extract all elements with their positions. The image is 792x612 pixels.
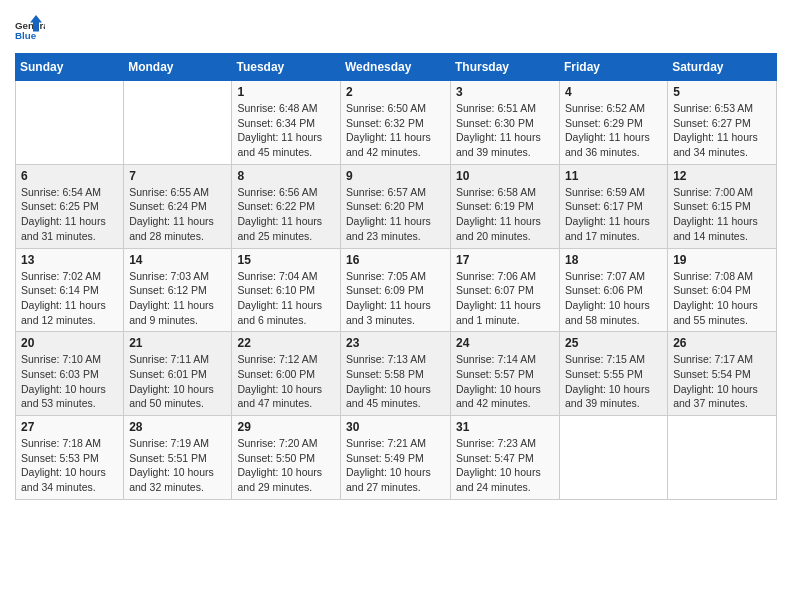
day-header-tuesday: Tuesday	[232, 54, 341, 81]
day-info: Sunrise: 7:13 AM Sunset: 5:58 PM Dayligh…	[346, 352, 445, 411]
day-number: 22	[237, 336, 335, 350]
day-info: Sunrise: 6:57 AM Sunset: 6:20 PM Dayligh…	[346, 185, 445, 244]
day-number: 3	[456, 85, 554, 99]
day-info: Sunrise: 7:14 AM Sunset: 5:57 PM Dayligh…	[456, 352, 554, 411]
calendar-cell: 25Sunrise: 7:15 AM Sunset: 5:55 PM Dayli…	[560, 332, 668, 416]
day-info: Sunrise: 7:00 AM Sunset: 6:15 PM Dayligh…	[673, 185, 771, 244]
calendar-cell: 11Sunrise: 6:59 AM Sunset: 6:17 PM Dayli…	[560, 164, 668, 248]
day-info: Sunrise: 6:52 AM Sunset: 6:29 PM Dayligh…	[565, 101, 662, 160]
day-number: 17	[456, 253, 554, 267]
calendar-cell: 23Sunrise: 7:13 AM Sunset: 5:58 PM Dayli…	[341, 332, 451, 416]
calendar-cell	[16, 81, 124, 165]
calendar-cell: 28Sunrise: 7:19 AM Sunset: 5:51 PM Dayli…	[124, 416, 232, 500]
day-number: 16	[346, 253, 445, 267]
day-number: 19	[673, 253, 771, 267]
day-number: 20	[21, 336, 118, 350]
day-info: Sunrise: 7:07 AM Sunset: 6:06 PM Dayligh…	[565, 269, 662, 328]
day-info: Sunrise: 7:19 AM Sunset: 5:51 PM Dayligh…	[129, 436, 226, 495]
day-number: 30	[346, 420, 445, 434]
day-number: 21	[129, 336, 226, 350]
day-number: 18	[565, 253, 662, 267]
day-info: Sunrise: 7:03 AM Sunset: 6:12 PM Dayligh…	[129, 269, 226, 328]
day-number: 6	[21, 169, 118, 183]
day-number: 15	[237, 253, 335, 267]
calendar-header-row: SundayMondayTuesdayWednesdayThursdayFrid…	[16, 54, 777, 81]
calendar-cell: 2Sunrise: 6:50 AM Sunset: 6:32 PM Daylig…	[341, 81, 451, 165]
day-number: 4	[565, 85, 662, 99]
day-header-sunday: Sunday	[16, 54, 124, 81]
day-number: 26	[673, 336, 771, 350]
day-info: Sunrise: 6:56 AM Sunset: 6:22 PM Dayligh…	[237, 185, 335, 244]
day-number: 5	[673, 85, 771, 99]
day-info: Sunrise: 7:15 AM Sunset: 5:55 PM Dayligh…	[565, 352, 662, 411]
day-number: 11	[565, 169, 662, 183]
calendar-cell: 14Sunrise: 7:03 AM Sunset: 6:12 PM Dayli…	[124, 248, 232, 332]
day-info: Sunrise: 7:20 AM Sunset: 5:50 PM Dayligh…	[237, 436, 335, 495]
calendar-cell: 16Sunrise: 7:05 AM Sunset: 6:09 PM Dayli…	[341, 248, 451, 332]
calendar-cell: 26Sunrise: 7:17 AM Sunset: 5:54 PM Dayli…	[668, 332, 777, 416]
calendar-cell: 10Sunrise: 6:58 AM Sunset: 6:19 PM Dayli…	[451, 164, 560, 248]
day-info: Sunrise: 6:58 AM Sunset: 6:19 PM Dayligh…	[456, 185, 554, 244]
calendar-week-5: 27Sunrise: 7:18 AM Sunset: 5:53 PM Dayli…	[16, 416, 777, 500]
day-number: 31	[456, 420, 554, 434]
calendar-week-2: 6Sunrise: 6:54 AM Sunset: 6:25 PM Daylig…	[16, 164, 777, 248]
calendar-cell: 17Sunrise: 7:06 AM Sunset: 6:07 PM Dayli…	[451, 248, 560, 332]
calendar-cell: 30Sunrise: 7:21 AM Sunset: 5:49 PM Dayli…	[341, 416, 451, 500]
day-info: Sunrise: 6:50 AM Sunset: 6:32 PM Dayligh…	[346, 101, 445, 160]
day-number: 7	[129, 169, 226, 183]
day-number: 27	[21, 420, 118, 434]
day-header-wednesday: Wednesday	[341, 54, 451, 81]
day-number: 29	[237, 420, 335, 434]
day-info: Sunrise: 7:10 AM Sunset: 6:03 PM Dayligh…	[21, 352, 118, 411]
calendar-cell: 20Sunrise: 7:10 AM Sunset: 6:03 PM Dayli…	[16, 332, 124, 416]
day-info: Sunrise: 7:23 AM Sunset: 5:47 PM Dayligh…	[456, 436, 554, 495]
day-number: 8	[237, 169, 335, 183]
day-number: 1	[237, 85, 335, 99]
day-info: Sunrise: 6:48 AM Sunset: 6:34 PM Dayligh…	[237, 101, 335, 160]
day-info: Sunrise: 7:05 AM Sunset: 6:09 PM Dayligh…	[346, 269, 445, 328]
day-info: Sunrise: 7:18 AM Sunset: 5:53 PM Dayligh…	[21, 436, 118, 495]
calendar-cell: 3Sunrise: 6:51 AM Sunset: 6:30 PM Daylig…	[451, 81, 560, 165]
day-info: Sunrise: 7:06 AM Sunset: 6:07 PM Dayligh…	[456, 269, 554, 328]
day-number: 24	[456, 336, 554, 350]
day-info: Sunrise: 6:59 AM Sunset: 6:17 PM Dayligh…	[565, 185, 662, 244]
day-header-monday: Monday	[124, 54, 232, 81]
day-number: 9	[346, 169, 445, 183]
logo-icon: GeneralBlue	[15, 15, 45, 45]
day-header-saturday: Saturday	[668, 54, 777, 81]
calendar-cell: 9Sunrise: 6:57 AM Sunset: 6:20 PM Daylig…	[341, 164, 451, 248]
day-info: Sunrise: 6:53 AM Sunset: 6:27 PM Dayligh…	[673, 101, 771, 160]
calendar-cell: 5Sunrise: 6:53 AM Sunset: 6:27 PM Daylig…	[668, 81, 777, 165]
calendar-cell: 6Sunrise: 6:54 AM Sunset: 6:25 PM Daylig…	[16, 164, 124, 248]
calendar-week-1: 1Sunrise: 6:48 AM Sunset: 6:34 PM Daylig…	[16, 81, 777, 165]
calendar-cell: 1Sunrise: 6:48 AM Sunset: 6:34 PM Daylig…	[232, 81, 341, 165]
calendar-cell: 8Sunrise: 6:56 AM Sunset: 6:22 PM Daylig…	[232, 164, 341, 248]
calendar-cell: 18Sunrise: 7:07 AM Sunset: 6:06 PM Dayli…	[560, 248, 668, 332]
calendar-cell: 15Sunrise: 7:04 AM Sunset: 6:10 PM Dayli…	[232, 248, 341, 332]
day-info: Sunrise: 7:17 AM Sunset: 5:54 PM Dayligh…	[673, 352, 771, 411]
calendar-cell: 22Sunrise: 7:12 AM Sunset: 6:00 PM Dayli…	[232, 332, 341, 416]
calendar-cell	[560, 416, 668, 500]
day-number: 28	[129, 420, 226, 434]
calendar-cell: 13Sunrise: 7:02 AM Sunset: 6:14 PM Dayli…	[16, 248, 124, 332]
day-number: 12	[673, 169, 771, 183]
day-info: Sunrise: 7:04 AM Sunset: 6:10 PM Dayligh…	[237, 269, 335, 328]
day-info: Sunrise: 6:54 AM Sunset: 6:25 PM Dayligh…	[21, 185, 118, 244]
calendar-cell: 29Sunrise: 7:20 AM Sunset: 5:50 PM Dayli…	[232, 416, 341, 500]
day-header-thursday: Thursday	[451, 54, 560, 81]
calendar-cell: 12Sunrise: 7:00 AM Sunset: 6:15 PM Dayli…	[668, 164, 777, 248]
day-number: 13	[21, 253, 118, 267]
calendar-week-4: 20Sunrise: 7:10 AM Sunset: 6:03 PM Dayli…	[16, 332, 777, 416]
day-info: Sunrise: 7:21 AM Sunset: 5:49 PM Dayligh…	[346, 436, 445, 495]
calendar-cell	[124, 81, 232, 165]
day-info: Sunrise: 7:12 AM Sunset: 6:00 PM Dayligh…	[237, 352, 335, 411]
day-number: 14	[129, 253, 226, 267]
day-info: Sunrise: 7:08 AM Sunset: 6:04 PM Dayligh…	[673, 269, 771, 328]
day-number: 25	[565, 336, 662, 350]
calendar-body: 1Sunrise: 6:48 AM Sunset: 6:34 PM Daylig…	[16, 81, 777, 500]
calendar-cell: 7Sunrise: 6:55 AM Sunset: 6:24 PM Daylig…	[124, 164, 232, 248]
day-number: 10	[456, 169, 554, 183]
day-info: Sunrise: 7:02 AM Sunset: 6:14 PM Dayligh…	[21, 269, 118, 328]
calendar-cell	[668, 416, 777, 500]
day-info: Sunrise: 7:11 AM Sunset: 6:01 PM Dayligh…	[129, 352, 226, 411]
